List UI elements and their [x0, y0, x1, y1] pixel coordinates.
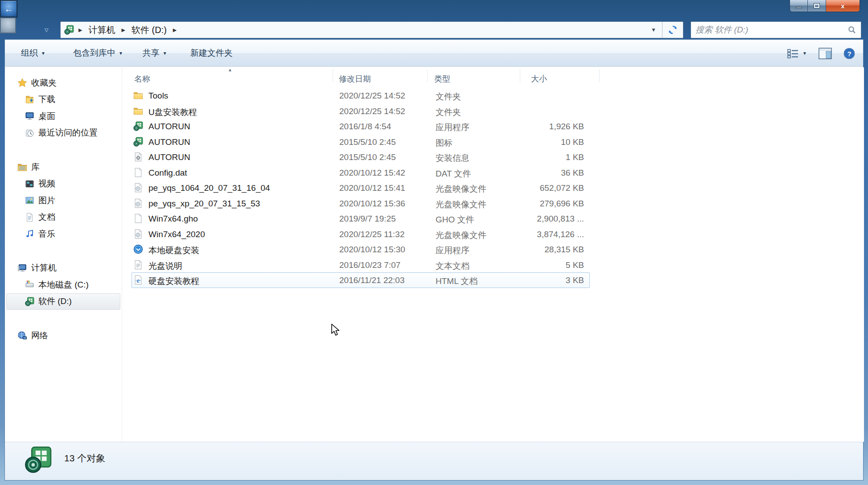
svg-text:e: e: [137, 277, 140, 284]
file-name: Config.dat: [148, 168, 187, 178]
toolbar-button-label: 组织: [21, 47, 38, 59]
sidebar-item-最近访问的位置[interactable]: 最近访问的位置: [6, 125, 120, 142]
preview-pane-button[interactable]: [819, 48, 832, 59]
file-name: AUTORUN: [148, 137, 190, 147]
file-name: AUTORUN: [148, 152, 190, 162]
file-name: 硬盘安装教程: [148, 275, 199, 287]
download-folder-icon: [25, 95, 34, 104]
file-name: pe_yqs_1064_20_07_31_16_04: [148, 183, 270, 193]
disk-c-icon: [25, 280, 34, 289]
nav-history-chevron-icon[interactable]: ▽: [45, 27, 48, 33]
sidebar-item-网络[interactable]: 网络: [6, 327, 120, 344]
sidebar-item-label: 软件 (D:): [38, 296, 72, 307]
column-header-修改日期[interactable]: 修改日期: [339, 74, 371, 84]
file-row-pe_yqs_1064_20_07_31_16_04[interactable]: pe_yqs_1064_20_07_31_16_042020/10/12 15:…: [132, 180, 590, 196]
sidebar-item-label: 视频: [38, 178, 55, 189]
sidebar-item-收藏夹[interactable]: 收藏夹: [6, 74, 120, 91]
refresh-button[interactable]: [662, 22, 683, 38]
column-divider[interactable]: [520, 69, 520, 82]
sidebar-item-下载[interactable]: 下载: [6, 91, 120, 108]
column-header-大小[interactable]: 大小: [531, 74, 547, 84]
file-row-AUTORUN[interactable]: AUTORUN2016/1/8 4:54应用程序1,926 KB: [132, 119, 590, 134]
search-placeholder: 搜索 软件 (D:): [695, 24, 847, 36]
file-type: 光盘映像文件: [436, 183, 486, 195]
file-size: 5 KB: [566, 260, 584, 270]
column-divider[interactable]: [333, 69, 333, 82]
file-row-本地硬盘安装[interactable]: 本地硬盘安装2020/10/12 15:30应用程序28,315 KB: [132, 242, 590, 257]
search-input[interactable]: 搜索 软件 (D:): [691, 21, 861, 38]
sidebar-item-软件 (D:)[interactable]: 软件 (D:): [6, 293, 120, 310]
file-blank-icon: [133, 214, 143, 223]
file-row-光盘说明[interactable]: 光盘说明2016/10/23 7:07文本文档5 KB: [132, 257, 590, 273]
file-size: 28,315 KB: [544, 245, 584, 255]
help-button[interactable]: ?: [843, 48, 855, 59]
explorer-window: x ← → ▽ ▶计算机▶软件 (D:)▶ ▼ 搜索 软件 (D:): [0, 0, 868, 485]
sidebar-item-label: 网络: [31, 330, 48, 341]
file-row-Win7x64_2020[interactable]: Win7x64_20202020/12/25 11:32光盘映像文件3,874,…: [132, 226, 590, 242]
file-type: HTML 文档: [436, 275, 477, 287]
file-row-Config.dat[interactable]: Config.dat2020/10/12 15:42DAT 文件36 KB: [132, 165, 590, 181]
html-doc-icon: e: [133, 275, 143, 285]
minimize-button[interactable]: [790, 0, 808, 12]
file-type: 光盘映像文件: [436, 230, 486, 241]
sidebar-item-桌面[interactable]: 桌面: [6, 108, 120, 125]
maximize-button[interactable]: [808, 0, 826, 12]
close-icon: x: [841, 2, 844, 10]
minimize-icon: [796, 7, 802, 8]
breadcrumb-separator-icon: ▶: [78, 27, 82, 33]
sidebar-item-计算机[interactable]: 计算机: [6, 260, 120, 277]
app-green-icon: [133, 137, 143, 147]
file-row-Win7x64.gho[interactable]: Win7x64.gho2019/9/7 19:25GHO 文件2,900,813…: [132, 211, 590, 226]
picture-icon: [25, 196, 34, 205]
back-button[interactable]: ←: [0, 0, 17, 17]
sidebar-item-本地磁盘 (C:)[interactable]: 本地磁盘 (C:): [6, 276, 120, 293]
file-type: 图标: [436, 137, 453, 149]
toolbar-button-0[interactable]: 组织▼: [17, 45, 49, 62]
toolbar-button-3[interactable]: 新建文件夹: [187, 45, 236, 62]
sidebar-item-图片[interactable]: 图片: [6, 192, 120, 209]
file-row-硬盘安装教程[interactable]: e硬盘安装教程2016/11/21 22:03HTML 文档3 KB: [132, 272, 590, 288]
preview-pane-icon: [819, 48, 832, 59]
breadcrumb-item-1[interactable]: 软件 (D:): [130, 23, 169, 37]
column-header-类型[interactable]: 类型: [434, 74, 450, 84]
file-size: 652,072 KB: [540, 183, 584, 193]
forward-button[interactable]: →: [0, 17, 16, 33]
file-date-modified: 2020/12/25 11:32: [339, 230, 405, 239]
address-dropdown-button[interactable]: ▼: [645, 22, 662, 38]
file-size: 2,900,813 ...: [537, 214, 584, 224]
column-divider[interactable]: [599, 69, 600, 82]
status-bar: 13 个对象: [5, 442, 863, 480]
change-view-button[interactable]: ▼: [787, 48, 807, 59]
toolbar-button-2[interactable]: 共享▼: [139, 45, 171, 62]
file-row-AUTORUN[interactable]: AUTORUN2015/5/10 2:45安装信息1 KB: [132, 149, 590, 165]
column-divider[interactable]: [427, 69, 428, 82]
file-size: 36 KB: [561, 168, 584, 178]
sidebar-item-文档[interactable]: 文档: [6, 209, 120, 226]
star-icon: [17, 78, 27, 88]
file-row-AUTORUN[interactable]: AUTORUN2015/5/10 2:45图标10 KB: [132, 134, 590, 150]
sidebar-item-label: 图片: [38, 195, 55, 206]
file-date-modified: 2015/5/10 2:45: [339, 152, 396, 162]
sidebar-item-视频[interactable]: 视频: [6, 176, 120, 193]
file-name: 本地硬盘安装: [148, 245, 199, 256]
file-row-pe_yqs_xp_20_07_31_15_53[interactable]: pe_yqs_xp_20_07_31_15_532020/10/12 15:36…: [132, 196, 590, 211]
close-button[interactable]: x: [826, 0, 860, 12]
sidebar-item-label: 库: [31, 161, 40, 173]
breadcrumb-separator-icon: ▶: [121, 27, 125, 33]
toolbar-button-1[interactable]: 包含到库中▼: [70, 45, 127, 62]
file-size: 1 KB: [566, 152, 584, 162]
breadcrumb-item-0[interactable]: 计算机: [86, 23, 117, 37]
file-name: pe_yqs_xp_20_07_31_15_53: [148, 199, 260, 209]
column-header-名称[interactable]: 名称: [134, 74, 150, 84]
file-row-U盘安装教程[interactable]: U盘安装教程2020/12/25 14:52文件夹: [132, 103, 590, 119]
file-name: U盘安装教程: [148, 107, 197, 118]
breadcrumb: ▶计算机▶软件 (D:)▶: [61, 22, 645, 38]
sidebar-item-label: 计算机: [31, 262, 57, 274]
file-name: AUTORUN: [148, 122, 190, 132]
sidebar-section-1: 库视频图片文档音乐: [5, 159, 122, 242]
file-row-Tools[interactable]: Tools2020/12/25 14:52文件夹: [132, 88, 590, 103]
sidebar-item-库[interactable]: 库: [6, 159, 120, 176]
sidebar-item-音乐[interactable]: 音乐: [6, 226, 120, 242]
window-caption-buttons: x: [790, 0, 860, 12]
address-bar[interactable]: ▶计算机▶软件 (D:)▶ ▼: [60, 21, 683, 38]
